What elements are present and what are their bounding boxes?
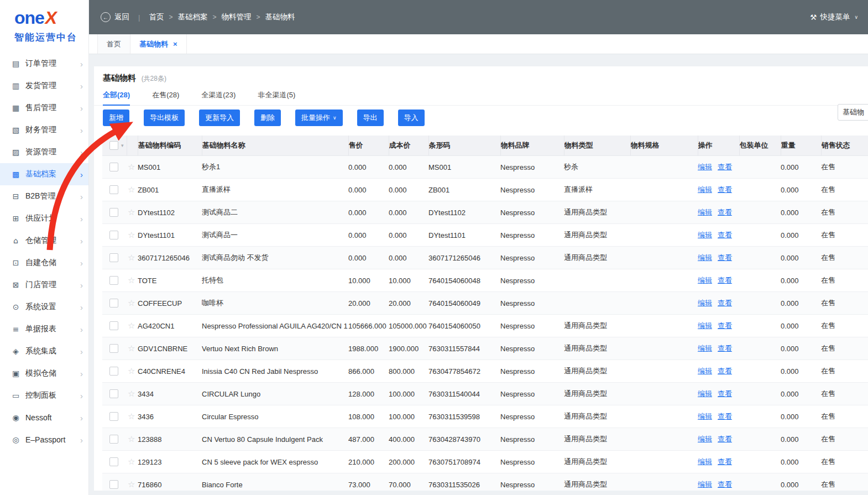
edit-link[interactable]: 编辑 xyxy=(698,344,712,352)
row-checkbox[interactable] xyxy=(109,457,118,466)
edit-link[interactable]: 编辑 xyxy=(698,163,712,171)
star-icon[interactable]: ☆ xyxy=(128,298,135,308)
row-checkbox[interactable] xyxy=(109,389,118,398)
view-link[interactable]: 查看 xyxy=(718,412,732,420)
star-icon[interactable]: ☆ xyxy=(128,389,135,399)
window-tab-home[interactable]: 首页 xyxy=(97,34,130,54)
select-all-checkbox[interactable] xyxy=(109,141,118,150)
edit-link[interactable]: 编辑 xyxy=(698,367,712,375)
row-checkbox[interactable] xyxy=(109,185,118,194)
row-checkbox[interactable] xyxy=(109,412,118,421)
add-button[interactable]: 新增 xyxy=(103,110,129,126)
view-link[interactable]: 查看 xyxy=(718,231,732,239)
edit-link[interactable]: 编辑 xyxy=(698,231,712,239)
star-icon[interactable]: ☆ xyxy=(128,366,135,376)
update-import-button[interactable]: 更新导入 xyxy=(199,110,240,126)
sidebar-item-supply-plan[interactable]: ⊞供应计划› xyxy=(0,207,88,230)
view-link[interactable]: 查看 xyxy=(718,321,732,330)
delete-button[interactable]: 删除 xyxy=(254,110,281,126)
edit-link[interactable]: 编辑 xyxy=(698,435,712,443)
sidebar-item-warehouse[interactable]: ⌂仓储管理› xyxy=(0,230,88,252)
filter-tab-2[interactable]: 全渠道(23) xyxy=(201,90,236,105)
batch-ops-button[interactable]: 批量操作∨ xyxy=(295,110,343,126)
view-link[interactable]: 查看 xyxy=(718,457,732,466)
breadcrumb-item[interactable]: 基础档案 xyxy=(177,12,207,22)
sidebar-item-settings[interactable]: ⊙系统设置› xyxy=(0,296,88,318)
edit-link[interactable]: 编辑 xyxy=(698,412,712,420)
star-icon[interactable]: ☆ xyxy=(128,434,135,444)
view-link[interactable]: 查看 xyxy=(718,299,732,307)
view-link[interactable]: 查看 xyxy=(718,208,732,216)
quick-menu-button[interactable]: ⚒ 快捷菜单 ∨ xyxy=(810,12,858,22)
back-button[interactable]: ← 返回 xyxy=(101,12,129,22)
view-link[interactable]: 查看 xyxy=(718,389,732,398)
sidebar-item-reports[interactable]: ≡单据报表› xyxy=(0,318,88,340)
row-checkbox[interactable] xyxy=(109,367,118,376)
edit-link[interactable]: 编辑 xyxy=(698,208,712,216)
row-checkbox[interactable] xyxy=(109,435,118,444)
sidebar-item-aftersales[interactable]: ▦售后管理› xyxy=(0,97,88,119)
window-tab-base-material[interactable]: 基础物料× xyxy=(130,34,187,54)
sidebar-item-b2b[interactable]: ⊟B2B管理› xyxy=(0,185,88,207)
row-checkbox[interactable] xyxy=(109,163,118,171)
import-button[interactable]: 导入 xyxy=(398,110,425,126)
view-link[interactable]: 查看 xyxy=(718,435,732,443)
sidebar-item-sim-warehouse[interactable]: ▣模拟仓储› xyxy=(0,362,88,384)
breadcrumb-item[interactable]: 首页 xyxy=(149,12,164,22)
filter-tab-3[interactable]: 非全渠道(5) xyxy=(258,90,295,105)
view-link[interactable]: 查看 xyxy=(718,344,732,352)
view-link[interactable]: 查看 xyxy=(718,276,732,284)
sidebar-item-epassport[interactable]: ◎E–Passport› xyxy=(0,429,88,451)
row-checkbox[interactable] xyxy=(109,231,118,239)
sidebar-item-shipping[interactable]: ▥发货管理› xyxy=(0,75,88,97)
row-checkbox[interactable] xyxy=(109,299,118,308)
edit-link[interactable]: 编辑 xyxy=(698,457,712,466)
close-tab-icon[interactable]: × xyxy=(173,40,177,48)
export-button[interactable]: 导出 xyxy=(357,110,384,126)
view-link[interactable]: 查看 xyxy=(718,185,732,194)
breadcrumb-item[interactable]: 物料管理 xyxy=(221,12,251,22)
edit-link[interactable]: 编辑 xyxy=(698,299,712,307)
edit-link[interactable]: 编辑 xyxy=(698,276,712,284)
sidebar-item-finance[interactable]: ▧财务管理› xyxy=(0,119,88,141)
edit-link[interactable]: 编辑 xyxy=(698,480,712,488)
row-checkbox[interactable] xyxy=(109,208,118,217)
sidebar-item-resources[interactable]: ▨资源管理› xyxy=(0,141,88,163)
star-icon[interactable]: ☆ xyxy=(128,457,135,467)
star-icon[interactable]: ☆ xyxy=(128,207,135,217)
star-icon[interactable]: ☆ xyxy=(128,162,135,172)
sidebar-item-archives[interactable]: ▩基础档案› xyxy=(0,163,88,185)
search-input[interactable] xyxy=(838,104,868,121)
row-checkbox[interactable] xyxy=(109,321,118,330)
edit-link[interactable]: 编辑 xyxy=(698,253,712,262)
star-icon[interactable]: ☆ xyxy=(128,480,135,489)
sidebar-item-stores[interactable]: ⊠门店管理› xyxy=(0,274,88,296)
edit-link[interactable]: 编辑 xyxy=(698,185,712,194)
sidebar-item-orders[interactable]: ▤订单管理› xyxy=(0,53,88,75)
star-icon[interactable]: ☆ xyxy=(128,230,135,240)
export-template-button[interactable]: 导出模板 xyxy=(144,110,185,126)
view-link[interactable]: 查看 xyxy=(718,367,732,375)
sidebar-item-nessoft[interactable]: ◉Nessoft› xyxy=(0,407,88,429)
sidebar-item-integration[interactable]: ◈系统集成› xyxy=(0,340,88,362)
view-link[interactable]: 查看 xyxy=(718,480,732,488)
star-icon[interactable]: ☆ xyxy=(128,185,135,195)
row-checkbox[interactable] xyxy=(109,253,118,262)
sidebar-item-self-warehouse[interactable]: ⊡自建仓储› xyxy=(0,252,88,274)
view-link[interactable]: 查看 xyxy=(718,253,732,262)
star-icon[interactable]: ☆ xyxy=(128,343,135,353)
view-link[interactable]: 查看 xyxy=(718,163,732,171)
breadcrumb-item[interactable]: 基础物料 xyxy=(265,12,295,22)
star-icon[interactable]: ☆ xyxy=(128,411,135,421)
filter-tab-1[interactable]: 在售(28) xyxy=(152,90,179,105)
filter-tab-0[interactable]: 全部(28) xyxy=(103,90,130,105)
row-checkbox[interactable] xyxy=(109,344,118,353)
row-checkbox[interactable] xyxy=(109,480,118,489)
row-checkbox[interactable] xyxy=(109,276,118,285)
edit-link[interactable]: 编辑 xyxy=(698,321,712,330)
star-icon[interactable]: ☆ xyxy=(128,253,135,263)
edit-link[interactable]: 编辑 xyxy=(698,389,712,398)
star-icon[interactable]: ☆ xyxy=(128,321,135,331)
star-icon[interactable]: ☆ xyxy=(128,275,135,285)
sidebar-item-control-panel[interactable]: ▭控制面板› xyxy=(0,384,88,407)
